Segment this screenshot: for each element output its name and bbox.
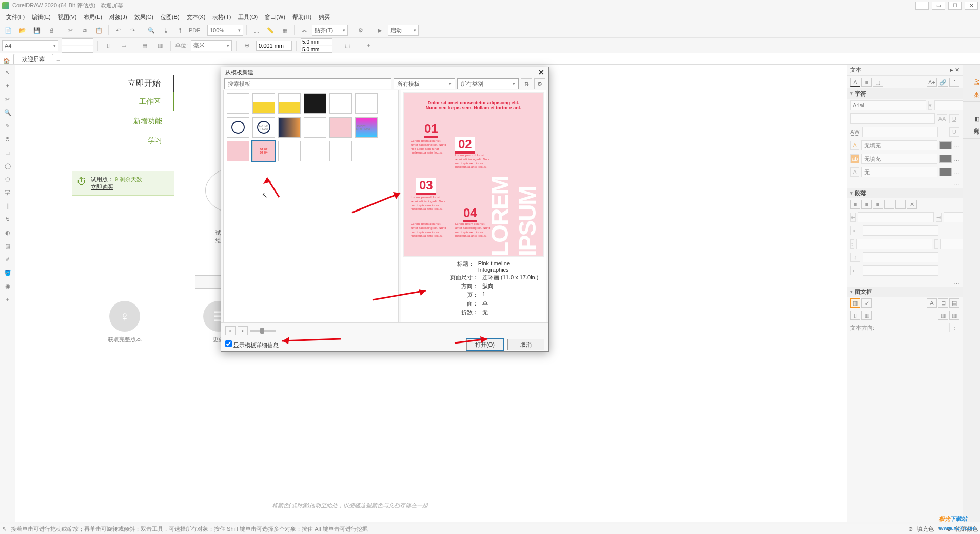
new-doc-icon[interactable]: 📄 — [2, 25, 14, 36]
template-thumb[interactable] — [278, 93, 301, 114]
add-tool-icon[interactable]: ＋ — [2, 294, 13, 305]
settings-icon[interactable]: ⚙ — [534, 78, 545, 89]
docker-title[interactable]: 文本▸ ✕ — [847, 65, 963, 76]
restore-button[interactable]: ▭ — [932, 2, 945, 10]
justify-all-icon[interactable]: ≣ — [895, 200, 906, 209]
outline-tool-icon[interactable]: ◉ — [2, 280, 13, 292]
after-space-input[interactable] — [863, 252, 938, 262]
vtab-text[interactable]: A¶ 文本 — [963, 65, 980, 102]
thumb-size-slider[interactable] — [250, 330, 276, 332]
fullscreen-icon[interactable]: ⛶ — [250, 25, 262, 36]
align-center-icon[interactable]: ≡ — [861, 200, 872, 209]
eyedropper-icon[interactable]: ✐ — [2, 254, 13, 265]
template-thumb[interactable] — [227, 117, 249, 138]
before-space-input[interactable] — [856, 239, 932, 249]
crop-tool-icon[interactable]: ✂ — [2, 93, 13, 105]
template-thumb[interactable] — [329, 141, 352, 161]
more-icon[interactable]: … — [954, 180, 959, 186]
more-icon[interactable]: … — [954, 169, 959, 175]
justify-icon[interactable]: ≣ — [884, 200, 894, 209]
cols-1-icon[interactable]: ▯ — [850, 311, 860, 320]
zoom-tool-icon[interactable]: 🔍 — [2, 107, 13, 118]
cols-2-icon[interactable]: ▥ — [861, 311, 872, 320]
welcome-nav-whatsnew[interactable]: 新增功能 — [72, 111, 174, 131]
publish-pdf-icon[interactable]: PDF — [188, 25, 201, 36]
orient-landscape-icon[interactable]: ▭ — [117, 40, 130, 51]
menu-tools[interactable]: 工具(O) — [235, 12, 261, 22]
font-family-combo[interactable] — [850, 100, 926, 110]
view-large-icon[interactable]: ▪ — [238, 326, 248, 335]
right-indent-icon[interactable]: ⇥ — [936, 213, 942, 222]
cols-more-icon[interactable]: ▥ — [949, 311, 959, 320]
first-indent-input[interactable] — [863, 225, 938, 236]
bg-combo[interactable] — [861, 154, 937, 164]
after-space-icon[interactable]: ↕ — [850, 253, 860, 262]
frame-tab-icon[interactable]: ▢ — [873, 78, 883, 87]
tab-welcome[interactable]: 欢迎屏幕 — [13, 54, 53, 64]
treat-as-filled-icon[interactable]: ⬚ — [341, 40, 354, 51]
paste-icon[interactable]: 📋 — [93, 25, 105, 36]
add-preset-icon[interactable]: ＋ — [362, 40, 375, 51]
align-right-icon[interactable]: ≡ — [873, 200, 883, 209]
frame-col-icon[interactable]: ▥ — [850, 298, 860, 308]
menu-buy[interactable]: 购买 — [316, 12, 333, 22]
print-icon[interactable]: 🖨 — [45, 25, 57, 36]
maximize-button[interactable]: ☐ — [948, 2, 962, 10]
outline-fill-icon[interactable]: A — [850, 167, 859, 177]
frame-link-icon[interactable]: ▤ — [949, 298, 959, 308]
text-vert-icon[interactable]: ⋮ — [949, 323, 959, 332]
font-size-input[interactable] — [934, 100, 963, 110]
align-left-icon[interactable]: ≡ — [850, 200, 860, 209]
content-exchange-icon[interactable]: ⇅ — [521, 78, 532, 89]
menu-view[interactable]: 视图(V) — [55, 12, 80, 22]
cut-icon[interactable]: ✂ — [64, 25, 76, 36]
section-character[interactable]: 字符 — [847, 88, 963, 99]
buy-now-link[interactable]: 立即购买 — [91, 183, 142, 191]
transparency-icon[interactable]: ▨ — [2, 240, 13, 252]
bg-swatch[interactable] — [939, 155, 952, 163]
template-thumb[interactable] — [304, 93, 326, 114]
grid-icon[interactable]: ▦ — [279, 25, 291, 36]
text-horiz-icon[interactable]: ≡ — [937, 323, 947, 332]
template-thumb[interactable]: HAPPY BIRTHDAY — [355, 117, 378, 138]
page-dims[interactable] — [62, 38, 93, 53]
redo-icon[interactable]: ↷ — [126, 25, 139, 36]
line-space-input[interactable] — [940, 239, 963, 249]
snap-icon[interactable]: ⫘ — [298, 25, 310, 36]
menu-window[interactable]: 窗口(W) — [262, 12, 288, 22]
no-align-icon[interactable]: ✕ — [907, 200, 917, 209]
save-icon[interactable]: 💾 — [31, 25, 43, 36]
category-filter-combo[interactable]: 所有类别 — [457, 78, 519, 89]
bullet-icon[interactable]: •≡ — [850, 266, 860, 275]
orient-portrait-icon[interactable]: ▯ — [102, 40, 114, 51]
bg-fill-icon[interactable]: ab — [850, 154, 859, 163]
welcome-nav-workspace[interactable]: 工作区 — [72, 92, 174, 111]
right-indent-input[interactable] — [944, 212, 963, 222]
template-thumb[interactable]: LOREMIPSUM — [252, 117, 275, 138]
new-tab-button[interactable]: ＋ — [53, 56, 63, 64]
page-size-combo[interactable]: A4 — [2, 40, 58, 51]
before-space-icon[interactable]: ↕ — [850, 239, 854, 249]
underline-icon[interactable]: U — [949, 114, 959, 123]
minimize-button[interactable]: — — [915, 2, 929, 10]
left-indent-icon[interactable]: ⇤ — [850, 213, 856, 222]
artistic-media-icon[interactable]: ⵓ — [2, 134, 13, 145]
shape-tool-icon[interactable]: ✦ — [2, 80, 13, 91]
view-small-icon[interactable]: ▫ — [225, 326, 236, 335]
menu-text[interactable]: 文本(X) — [184, 12, 209, 22]
add-font-icon[interactable]: A+ — [927, 78, 937, 87]
parallel-dim-icon[interactable]: ∥ — [2, 200, 13, 212]
outline-combo[interactable] — [861, 167, 937, 177]
snap-dropdown[interactable]: 贴齐(T) — [312, 25, 348, 36]
units-combo[interactable]: 毫米 — [191, 40, 232, 51]
first-indent-icon[interactable]: ⇤ — [850, 226, 860, 235]
vtab-styles[interactable]: ◧ 对象样式 — [963, 102, 980, 139]
dup-distance[interactable] — [301, 38, 332, 53]
para-tab-icon[interactable]: ≡ — [861, 78, 872, 87]
template-thumb[interactable] — [252, 93, 275, 114]
font-list-icon[interactable]: AA — [937, 114, 947, 123]
menu-object[interactable]: 对象(J) — [106, 12, 130, 22]
template-thumb-selected[interactable]: 01 0203 04 — [252, 141, 275, 161]
frame-align-icon[interactable]: A — [927, 298, 937, 308]
template-thumb[interactable] — [304, 141, 326, 161]
